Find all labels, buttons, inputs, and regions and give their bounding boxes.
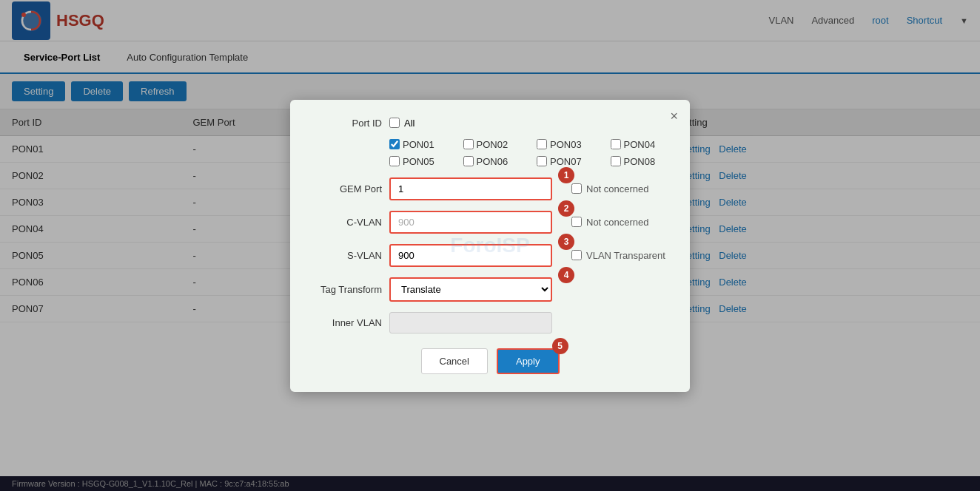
- cvlan-row: C-VLAN 2 Not concerned: [308, 211, 672, 234]
- pon01-checkbox[interactable]: [389, 139, 400, 149]
- modal-overlay: ForoISP × Port ID All PON01 PON02 PON03: [0, 0, 980, 476]
- port-pon05-item: PON05: [389, 156, 452, 167]
- port-pon02-item: PON02: [463, 139, 526, 150]
- port-id-row: Port ID All: [308, 118, 672, 129]
- cvlan-input[interactable]: [389, 211, 552, 234]
- pon08-checkbox[interactable]: [611, 156, 621, 166]
- gem-not-concerned-label: Not concerned: [586, 183, 649, 194]
- pon04-checkbox[interactable]: [611, 139, 621, 149]
- port-pon08-item: PON08: [611, 156, 673, 167]
- port-row-2: PON05 PON06 PON07 PON08: [389, 156, 672, 167]
- port-pon01-item: PON01: [389, 139, 452, 150]
- inner-vlan-label: Inner VLAN: [308, 317, 382, 328]
- svlan-transparent-label: VLAN Transparent: [586, 250, 665, 261]
- pon01-label: PON01: [403, 139, 434, 150]
- modal-close-button[interactable]: ×: [670, 109, 678, 124]
- svlan-transparent-checkbox[interactable]: [571, 250, 582, 260]
- pon02-checkbox[interactable]: [463, 139, 474, 149]
- svlan-row: S-VLAN 3 VLAN Transparent: [308, 244, 672, 267]
- port-pon06-item: PON06: [463, 156, 526, 167]
- gem-port-input[interactable]: [389, 177, 552, 200]
- modal-dialog: ForoISP × Port ID All PON01 PON02 PON03: [290, 100, 690, 392]
- step-5-badge: 5: [552, 338, 568, 354]
- modal-footer: Cancel Apply 5: [308, 348, 672, 374]
- pon07-label: PON07: [550, 156, 582, 167]
- cvlan-not-concerned-label: Not concerned: [586, 217, 649, 228]
- svlan-label: S-VLAN: [308, 250, 382, 261]
- pon03-label: PON03: [550, 139, 582, 150]
- svlan-input[interactable]: [389, 244, 552, 267]
- gem-port-row: GEM Port 1 Not concerned: [308, 177, 672, 200]
- tag-transform-select[interactable]: Translate Add Remove Replace: [389, 277, 552, 302]
- port-id-label: Port ID: [308, 118, 382, 129]
- step-4-badge: 4: [558, 267, 574, 283]
- pon08-label: PON08: [624, 156, 656, 167]
- pon05-label: PON05: [403, 156, 434, 167]
- inner-vlan-input[interactable]: [389, 312, 552, 333]
- cvlan-label: C-VLAN: [308, 217, 382, 228]
- cancel-button[interactable]: Cancel: [421, 348, 488, 374]
- gem-not-concerned-checkbox[interactable]: [571, 183, 582, 194]
- pon06-checkbox[interactable]: [463, 156, 474, 166]
- port-pon03-item: PON03: [537, 139, 599, 150]
- pon04-label: PON04: [624, 139, 656, 150]
- step-1-badge: 1: [558, 167, 574, 183]
- pon03-checkbox[interactable]: [537, 139, 547, 149]
- port-pon04-item: PON04: [611, 139, 673, 150]
- pon06-label: PON06: [477, 156, 509, 167]
- apply-button[interactable]: Apply: [497, 348, 560, 374]
- cvlan-not-concerned-checkbox[interactable]: [571, 217, 582, 227]
- pon05-checkbox[interactable]: [389, 156, 400, 166]
- tag-transform-row: Tag Transform Translate Add Remove Repla…: [308, 277, 672, 302]
- port-pon07-item: PON07: [537, 156, 599, 167]
- tag-transform-label: Tag Transform: [308, 284, 382, 295]
- gem-port-label: GEM Port: [308, 183, 382, 194]
- all-checkbox[interactable]: [389, 118, 400, 128]
- all-label: All: [404, 118, 415, 129]
- pon02-label: PON02: [477, 139, 509, 150]
- port-row-1: PON01 PON02 PON03 PON04: [389, 139, 672, 150]
- inner-vlan-row: Inner VLAN: [308, 312, 672, 333]
- step-3-badge: 3: [558, 234, 574, 250]
- step-2-badge: 2: [558, 200, 574, 217]
- pon07-checkbox[interactable]: [537, 156, 547, 166]
